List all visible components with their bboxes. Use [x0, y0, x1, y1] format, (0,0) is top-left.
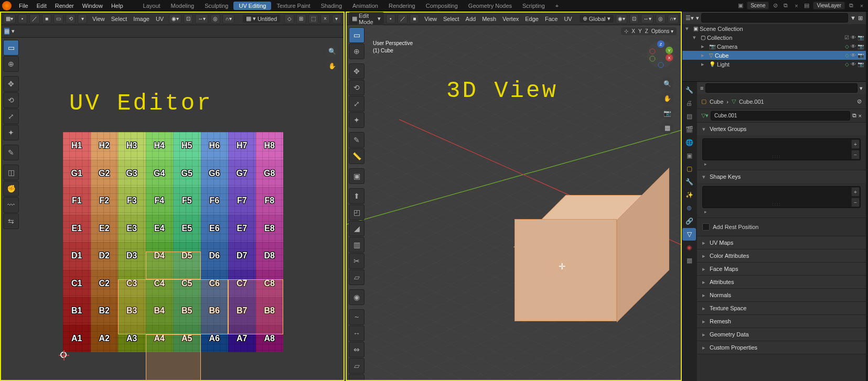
grab-tool[interactable]: ✊	[3, 181, 19, 197]
orientation-selector[interactable]: ⊕ Global ▾	[580, 15, 614, 23]
bevel-tool[interactable]: ◢	[349, 221, 365, 236]
scene-field[interactable]: Scene	[747, 2, 769, 9]
tab-mesh-data[interactable]: ▽	[682, 228, 696, 241]
3d-menu-mesh[interactable]: Mesh	[479, 16, 499, 22]
transform-tool[interactable]: ✦	[349, 112, 365, 128]
menu-window[interactable]: Window	[78, 3, 107, 9]
new-collection-icon[interactable]: ⊞	[858, 15, 863, 21]
gizmo-icon[interactable]: ⊹	[624, 28, 628, 34]
move-tool[interactable]: ✥	[3, 76, 19, 92]
new-icon[interactable]: ⊞	[296, 14, 306, 24]
tab-physics[interactable]: ⊚	[682, 202, 696, 214]
workspace-layout[interactable]: Layout	[138, 3, 166, 9]
workspace-compositing[interactable]: Compositing	[421, 3, 463, 9]
copy-icon[interactable]: ⧉	[847, 2, 855, 10]
snap-mode[interactable]: ↔▾	[195, 14, 208, 24]
panel-header[interactable]: ▸Color Attributes	[697, 249, 866, 262]
datablock-selector[interactable]: ▽▾ Cube.001 ⧉ ×	[697, 109, 866, 123]
close-icon[interactable]: ×	[792, 2, 800, 10]
expand-icon[interactable]: ▸	[702, 160, 861, 167]
close-icon[interactable]: ×	[858, 2, 866, 10]
select-mode-vertex[interactable]: ▪	[386, 14, 395, 24]
3d-menu-uv[interactable]: UV	[561, 16, 575, 22]
relax-tool[interactable]: 〰	[3, 197, 19, 213]
panel-header[interactable]: ▸Attributes	[697, 276, 866, 288]
panel-header[interactable]: ▸Remesh	[697, 315, 866, 328]
select-mode-edge[interactable]: ／	[398, 14, 408, 24]
3d-menu-face[interactable]: Face	[542, 16, 561, 22]
options-icon[interactable]: ▾	[860, 85, 863, 92]
tab-world[interactable]: 🌐	[682, 136, 696, 149]
workspace-sculpting[interactable]: Sculpting	[199, 3, 233, 9]
tab-constraints[interactable]: 🔗	[682, 215, 696, 227]
rotate-tool[interactable]: ⟲	[349, 80, 365, 95]
add-button[interactable]: +	[851, 139, 860, 149]
overlay-z-button[interactable]: Z	[645, 28, 648, 34]
tab-scene[interactable]: 🎬	[682, 123, 696, 136]
outliner-item-light[interactable]: ▸💡Light◇👁📷	[682, 60, 866, 69]
shear-tool[interactable]: ▱	[349, 358, 365, 374]
3d-menu-edge[interactable]: Edge	[522, 16, 542, 22]
shape-keys-list[interactable]: :::: +−	[702, 186, 861, 208]
rip-tool[interactable]: ✂	[349, 374, 365, 380]
nav-gizmo[interactable]: X Y Z	[646, 40, 676, 69]
add-workspace-button[interactable]: +	[550, 3, 564, 9]
uv-sync-selection[interactable]: ⟲	[66, 14, 76, 24]
3d-menu-select[interactable]: Select	[440, 16, 463, 22]
snap-mode[interactable]: ↔▾	[641, 14, 653, 24]
vertex-groups-list[interactable]: :::: +−	[702, 138, 861, 160]
smooth-tool[interactable]: ~	[349, 309, 365, 325]
scale-tool[interactable]: ⤢	[349, 96, 365, 112]
shrink-tool[interactable]: ⇔	[349, 342, 365, 357]
polybuild-tool[interactable]: ▱	[349, 269, 365, 285]
spin-tool[interactable]: ◉	[349, 289, 365, 305]
outliner-item-cube[interactable]: ▸▽Cube◇👁📷	[682, 51, 866, 60]
rotate-tool[interactable]: ⟲	[3, 92, 19, 108]
3d-menu-view[interactable]: View	[421, 16, 440, 22]
3d-menu-add[interactable]: Add	[463, 16, 479, 22]
snap-button[interactable]: ⊡	[629, 14, 639, 24]
scale-tool[interactable]: ⤢	[3, 108, 19, 124]
proportional-falloff[interactable]: ∩▾	[222, 14, 234, 24]
slide-tool[interactable]: ↔	[349, 325, 365, 341]
proportional-falloff[interactable]: ∩▾	[668, 14, 679, 24]
outliner-item-camera[interactable]: ▸📷Camera◇👁📷	[682, 42, 866, 51]
uv-menu-view[interactable]: View	[89, 16, 108, 22]
expand-icon[interactable]: ▸	[702, 208, 861, 214]
remove-button[interactable]: −	[851, 198, 860, 207]
uv-select-mode-edge[interactable]: ／	[29, 14, 40, 24]
cube-mesh[interactable]: ✛	[509, 219, 614, 324]
workspace-rendering[interactable]: Rendering	[383, 3, 421, 9]
fake-user-icon[interactable]: ⧉	[852, 112, 856, 119]
panel-header[interactable]: ▸Custom Properties	[697, 341, 866, 354]
select-tool[interactable]: ▭	[3, 40, 19, 56]
workspace-animation[interactable]: Animation	[347, 3, 383, 9]
chevron-down-icon[interactable]: ▾	[332, 14, 341, 24]
add-cube-tool[interactable]: ▣	[349, 168, 365, 184]
3d-menu-vertex[interactable]: Vertex	[499, 16, 522, 22]
measure-tool[interactable]: 📏	[349, 148, 365, 164]
uv-select-mode-island[interactable]: ▭	[53, 14, 63, 24]
uv-menu-uv[interactable]: UV	[153, 16, 167, 22]
outliner-type-icon[interactable]: ☰▾	[685, 15, 694, 21]
select-mode-face[interactable]: ■	[410, 14, 419, 24]
uv-select-mode-face[interactable]: ■	[42, 14, 51, 24]
menu-help[interactable]: Help	[107, 3, 127, 9]
outliner-collection[interactable]: ▾▢Collection☑👁📷	[682, 33, 866, 42]
props-type-icon[interactable]: ≡	[700, 85, 703, 91]
camera-view-icon[interactable]: 📷	[661, 107, 673, 119]
cursor-tool[interactable]: ⊕	[349, 43, 365, 59]
mode-selector[interactable]: ▦ Edit Mode ▾	[349, 12, 384, 26]
outliner-search[interactable]	[701, 13, 848, 23]
tab-particles[interactable]: ✨	[682, 189, 696, 201]
image-selector[interactable]: ▦▾ Untitled	[243, 15, 280, 23]
inset-tool[interactable]: ◰	[349, 204, 365, 220]
overlay-y-button[interactable]: Y	[638, 28, 642, 34]
properties-search[interactable]	[705, 83, 858, 93]
tab-render[interactable]: 🔧	[682, 84, 696, 96]
uv-chevron-icon[interactable]: ▾	[12, 28, 15, 35]
tab-object[interactable]: ▢	[682, 162, 696, 175]
viewlayer-field[interactable]: ViewLayer	[813, 2, 845, 9]
zoom-icon[interactable]: 🔍	[326, 45, 338, 58]
uv-viewport[interactable]: ▭ ⊕ ✥ ⟲ ⤢ ✦ ✎ ◫ ✊ 〰 ⇆ UV Editor H1H2H3H4…	[1, 38, 344, 380]
